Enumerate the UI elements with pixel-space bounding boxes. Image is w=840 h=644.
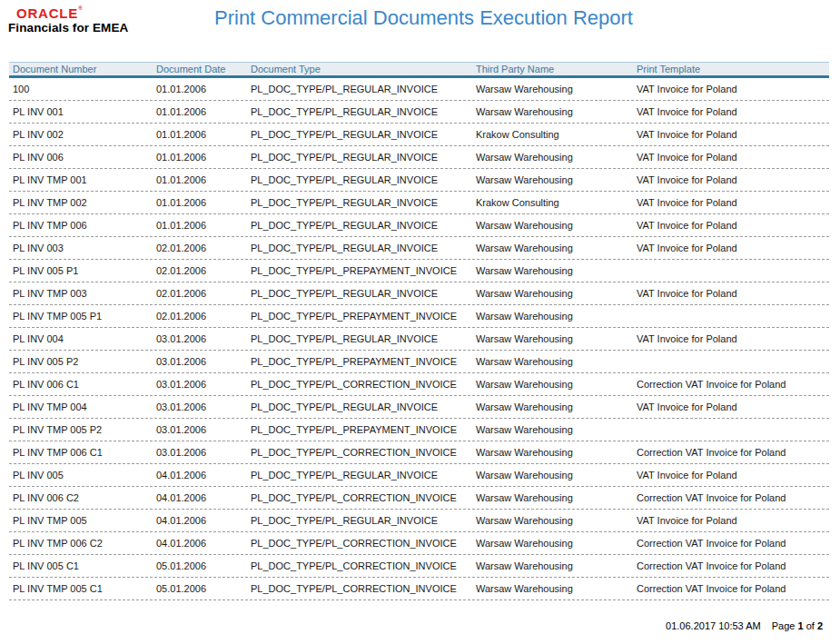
table-cell: PL_DOC_TYPE/PL_REGULAR_INVOICE: [247, 470, 472, 481]
oracle-logo: ORACLE®: [16, 5, 128, 21]
table-cell: Correction VAT Invoice for Poland: [633, 583, 829, 594]
table-cell: PL INV 005 P1: [9, 265, 153, 276]
table-cell: PL_DOC_TYPE/PL_REGULAR_INVOICE: [247, 220, 472, 231]
footer-timestamp: 01.06.2017 10:53 AM: [666, 620, 761, 631]
table-cell: 01.01.2006: [153, 129, 247, 140]
table-row: PL INV TMP 00201.01.2006PL_DOC_TYPE/PL_R…: [9, 192, 829, 214]
table-cell: Warsaw Warehousing: [472, 220, 633, 231]
table-cell: PL_DOC_TYPE/PL_REGULAR_INVOICE: [247, 401, 472, 412]
table-cell: 03.01.2006: [153, 333, 247, 344]
table-row: PL INV 00601.01.2006PL_DOC_TYPE/PL_REGUL…: [9, 146, 829, 169]
table-cell: Warsaw Warehousing: [472, 424, 633, 435]
table-cell: PL_DOC_TYPE/PL_CORRECTION_INVOICE: [247, 379, 472, 390]
table-row: PL INV 00201.01.2006PL_DOC_TYPE/PL_REGUL…: [9, 124, 829, 146]
oracle-logo-text: ORACLE: [16, 5, 78, 21]
table-cell: Krakow Consulting: [472, 129, 633, 140]
table-cell: PL_DOC_TYPE/PL_REGULAR_INVOICE: [247, 174, 472, 185]
table-cell: PL INV 005 C1: [9, 560, 153, 571]
table-cell: 03.01.2006: [153, 379, 247, 390]
table-row: PL INV TMP 006 C204.01.2006PL_DOC_TYPE/P…: [9, 532, 829, 555]
table-cell: Correction VAT Invoice for Poland: [633, 560, 829, 571]
table-cell: Correction VAT Invoice for Poland: [633, 492, 829, 503]
table-cell: VAT Invoice for Poland: [633, 106, 829, 117]
table-cell: Warsaw Warehousing: [472, 84, 633, 94]
table-cell: Warsaw Warehousing: [472, 152, 633, 163]
table-row: PL INV TMP 006 C103.01.2006PL_DOC_TYPE/P…: [9, 441, 829, 464]
table-cell: 01.01.2006: [153, 152, 247, 163]
footer-page-number: 1: [797, 620, 803, 631]
table-row: PL INV 006 C103.01.2006PL_DOC_TYPE/PL_CO…: [9, 373, 829, 396]
table-cell: 01.01.2006: [153, 84, 247, 94]
table-cell: 03.01.2006: [153, 447, 247, 458]
page-title: Print Commercial Documents Execution Rep…: [214, 6, 633, 30]
table-cell: Warsaw Warehousing: [472, 560, 633, 571]
table-cell: VAT Invoice for Poland: [633, 84, 829, 94]
table-cell: VAT Invoice for Poland: [633, 333, 829, 344]
table-cell: 03.01.2006: [153, 424, 247, 435]
table-cell: VAT Invoice for Poland: [633, 197, 829, 208]
table-cell: PL INV TMP 005 P2: [9, 424, 153, 435]
table-cell: 04.01.2006: [153, 470, 247, 481]
table-cell: Correction VAT Invoice for Poland: [633, 538, 829, 549]
table-cell: 01.01.2006: [153, 174, 247, 185]
table-cell: Warsaw Warehousing: [472, 401, 633, 412]
table-cell: PL INV TMP 004: [9, 401, 153, 412]
table-cell: 01.01.2006: [153, 106, 247, 117]
table-cell: PL_DOC_TYPE/PL_REGULAR_INVOICE: [247, 288, 472, 299]
table-cell: VAT Invoice for Poland: [633, 515, 829, 526]
table-cell: PL INV 006: [9, 152, 153, 163]
table-cell: Warsaw Warehousing: [472, 106, 633, 117]
table-cell: PL INV TMP 005 C1: [9, 583, 153, 594]
table-cell: PL INV TMP 005: [9, 515, 153, 526]
table-cell: PL INV 004: [9, 333, 153, 344]
table-cell: Correction VAT Invoice for Poland: [633, 447, 829, 458]
column-header: Document Date: [153, 64, 247, 74]
table-row: PL INV 005 C105.01.2006PL_DOC_TYPE/PL_CO…: [9, 555, 829, 578]
table-cell: 02.01.2006: [153, 288, 247, 299]
table-cell: 05.01.2006: [153, 583, 247, 594]
registered-trademark-icon: ®: [78, 5, 82, 11]
table-cell: 04.01.2006: [153, 538, 247, 549]
table-cell: PL_DOC_TYPE/PL_CORRECTION_INVOICE: [247, 538, 472, 549]
table-cell: Warsaw Warehousing: [472, 583, 633, 594]
table-cell: PL INV 006 C1: [9, 379, 153, 390]
table-cell: PL_DOC_TYPE/PL_REGULAR_INVOICE: [247, 515, 472, 526]
table-cell: VAT Invoice for Poland: [633, 470, 829, 481]
table-cell: PL_DOC_TYPE/PL_REGULAR_INVOICE: [247, 333, 472, 344]
table-cell: Krakow Consulting: [472, 197, 633, 208]
table-cell: PL_DOC_TYPE/PL_CORRECTION_INVOICE: [247, 447, 472, 458]
table-cell: PL INV 005 P2: [9, 356, 153, 367]
table-cell: 05.01.2006: [153, 560, 247, 571]
column-header: Print Template: [633, 64, 829, 74]
documents-table: Document NumberDocument DateDocument Typ…: [9, 62, 829, 600]
table-cell: Warsaw Warehousing: [472, 333, 633, 344]
table-cell: Warsaw Warehousing: [472, 470, 633, 481]
table-row: PL INV 00403.01.2006PL_DOC_TYPE/PL_REGUL…: [9, 328, 829, 351]
table-row: PL INV TMP 00403.01.2006PL_DOC_TYPE/PL_R…: [9, 396, 829, 419]
table-cell: PL INV 006 C2: [9, 492, 153, 503]
table-cell: PL_DOC_TYPE/PL_PREPAYMENT_INVOICE: [247, 356, 472, 367]
column-header: Document Number: [9, 64, 153, 74]
table-cell: PL INV TMP 001: [9, 174, 153, 185]
table-cell: PL_DOC_TYPE/PL_REGULAR_INVOICE: [247, 197, 472, 208]
table-cell: 01.01.2006: [153, 220, 247, 231]
table-cell: 04.01.2006: [153, 515, 247, 526]
table-cell: VAT Invoice for Poland: [633, 152, 829, 163]
column-header: Document Type: [247, 64, 472, 74]
table-cell: PL_DOC_TYPE/PL_PREPAYMENT_INVOICE: [247, 311, 472, 322]
table-cell: PL_DOC_TYPE/PL_PREPAYMENT_INVOICE: [247, 424, 472, 435]
table-row: PL INV 006 C204.01.2006PL_DOC_TYPE/PL_CO…: [9, 487, 829, 510]
table-cell: 02.01.2006: [153, 311, 247, 322]
table-cell: PL INV TMP 005 P1: [9, 311, 153, 322]
table-cell: PL INV 001: [9, 106, 153, 117]
table-cell: Warsaw Warehousing: [472, 288, 633, 299]
table-cell: Warsaw Warehousing: [472, 379, 633, 390]
table-cell: Warsaw Warehousing: [472, 243, 633, 253]
table-row: PL INV 00101.01.2006PL_DOC_TYPE/PL_REGUL…: [9, 101, 829, 124]
table-cell: PL_DOC_TYPE/PL_REGULAR_INVOICE: [247, 243, 472, 253]
table-row: PL INV 005 P203.01.2006PL_DOC_TYPE/PL_PR…: [9, 351, 829, 373]
table-row: PL INV TMP 00601.01.2006PL_DOC_TYPE/PL_R…: [9, 214, 829, 237]
table-cell: 01.01.2006: [153, 197, 247, 208]
table-header-row: Document NumberDocument DateDocument Typ…: [9, 62, 829, 78]
table-cell: Warsaw Warehousing: [472, 515, 633, 526]
